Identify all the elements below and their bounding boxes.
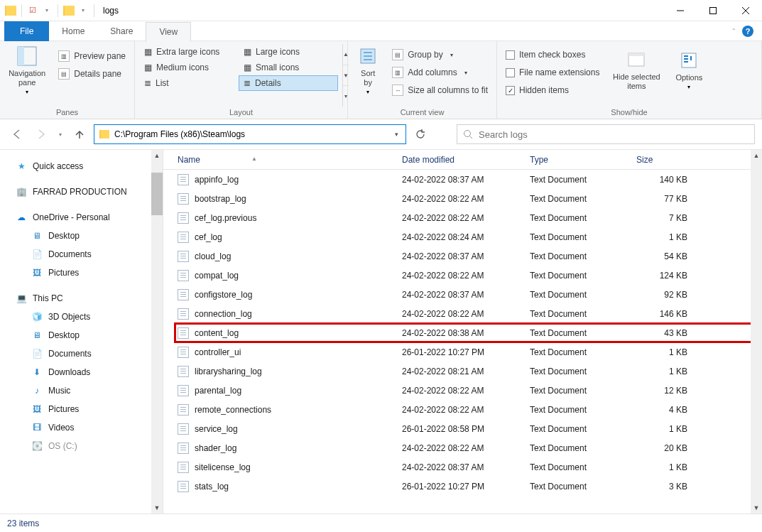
tree-pictures[interactable]: 🖼Pictures	[0, 264, 163, 282]
tab-view[interactable]: View	[146, 22, 191, 42]
tree-this-pc[interactable]: 💻This PC	[0, 289, 163, 308]
column-date[interactable]: Date modified	[402, 155, 530, 165]
file-list[interactable]: appinfo_log24-02-2022 08:37 AMText Docum…	[163, 170, 762, 514]
up-button[interactable]	[70, 124, 89, 144]
qat-dropdown-icon[interactable]: ▾	[40, 4, 53, 17]
address-input[interactable]	[114, 129, 388, 139]
close-button[interactable]	[729, 0, 762, 21]
tree-desktop[interactable]: 🖥Desktop	[0, 227, 163, 245]
scroll-up-icon[interactable]: ▲	[151, 150, 163, 161]
file-name-extensions-toggle[interactable]: File name extensions	[501, 65, 604, 80]
file-size: 7 KB	[636, 213, 700, 223]
file-row[interactable]: content_log24-02-2022 08:38 AMText Docum…	[175, 323, 762, 342]
tree-pictures2[interactable]: 🖼Pictures	[0, 400, 163, 418]
layout-extra-large-icons[interactable]: ▦Extra large icons	[139, 44, 239, 60]
tab-share[interactable]: Share	[97, 21, 146, 41]
tree-farrad[interactable]: 🏢FARRAD PRODUCTION	[0, 183, 163, 201]
folder-icon	[99, 129, 110, 140]
scroll-thumb[interactable]	[151, 173, 163, 215]
file-row[interactable]: remote_connections24-02-2022 08:22 AMTex…	[175, 400, 762, 419]
layout-list[interactable]: ≣List	[139, 75, 239, 91]
file-row[interactable]: compat_log24-02-2022 08:22 AMText Docume…	[175, 266, 762, 285]
hide-selected-button[interactable]: Hide selected items	[608, 44, 665, 95]
file-row[interactable]: shader_log24-02-2022 08:22 AMText Docume…	[175, 438, 762, 457]
scroll-down-icon[interactable]: ▼	[751, 502, 762, 514]
add-columns-button[interactable]: ▥Add columns▾	[388, 65, 492, 80]
chevron-down-icon[interactable]: ▾	[77, 4, 89, 17]
tree-os-c[interactable]: 💽OS (C:)	[0, 437, 163, 455]
tree-onedrive[interactable]: ☁OneDrive - Personal	[0, 208, 163, 227]
text-file-icon	[178, 481, 189, 492]
tree-quick-access[interactable]: ★Quick access	[0, 157, 163, 175]
navigation-pane-button[interactable]: Navigation pane ▾	[4, 44, 50, 95]
item-check-boxes-toggle[interactable]: Item check boxes	[501, 47, 604, 63]
file-row[interactable]: librarysharing_log24-02-2022 08:21 AMTex…	[175, 362, 762, 381]
minimize-button[interactable]	[664, 0, 697, 21]
maximize-button[interactable]	[697, 0, 729, 21]
text-file-icon	[178, 270, 189, 281]
file-row[interactable]: stats_log26-01-2022 10:27 PMText Documen…	[175, 477, 762, 496]
forward-button[interactable]	[31, 124, 51, 144]
group-by-button[interactable]: ▤Group by▾	[388, 47, 492, 63]
file-date: 24-02-2022 08:22 AM	[402, 271, 530, 281]
column-type[interactable]: Type	[530, 155, 636, 165]
file-scrollbar[interactable]: ▲ ▼	[751, 150, 762, 514]
file-row[interactable]: controller_ui26-01-2022 10:27 PMText Doc…	[175, 342, 762, 362]
size-columns-button[interactable]: ↔Size all columns to fit	[388, 82, 492, 98]
properties-icon[interactable]: ☑	[26, 4, 39, 17]
addcolumns-icon: ▥	[392, 67, 403, 78]
layout-small-icons[interactable]: ▦Small icons	[239, 60, 338, 75]
group-label-showhide: Show/hide	[501, 107, 757, 119]
scroll-up-icon[interactable]: ▲	[751, 150, 762, 161]
search-box[interactable]	[457, 124, 755, 144]
file-row[interactable]: cef_log.previous24-02-2022 08:22 AMText …	[175, 208, 762, 227]
file-date: 24-02-2022 08:37 AM	[402, 251, 530, 261]
help-icon[interactable]: ?	[742, 26, 753, 37]
file-name: cef_log.previous	[195, 213, 256, 223]
file-row[interactable]: bootstrap_log24-02-2022 08:22 AMText Doc…	[175, 189, 762, 208]
layout-details[interactable]: ≣Details	[239, 75, 338, 91]
file-row[interactable]: cef_log24-02-2022 08:24 AMText Document1…	[175, 227, 762, 246]
minimize-ribbon-icon[interactable]: ⌃	[731, 28, 736, 34]
tab-file[interactable]: File	[4, 21, 49, 41]
search-input[interactable]	[479, 129, 749, 140]
navigation-tree[interactable]: ★Quick access 🏢FARRAD PRODUCTION ☁OneDri…	[0, 150, 163, 514]
refresh-button[interactable]	[410, 124, 430, 144]
sort-by-button[interactable]: Sort by ▾	[352, 44, 383, 95]
tab-home[interactable]: Home	[49, 21, 97, 41]
tree-music[interactable]: ♪Music	[0, 381, 163, 400]
file-size: 1 KB	[636, 367, 700, 376]
preview-pane-button[interactable]: ▥Preview pane	[54, 48, 130, 64]
file-date: 24-02-2022 08:22 AM	[402, 405, 530, 415]
file-row[interactable]: service_log26-01-2022 08:58 PMText Docum…	[175, 419, 762, 438]
tree-downloads[interactable]: ⬇Downloads	[0, 363, 163, 381]
file-row[interactable]: sitelicense_log24-02-2022 08:37 AMText D…	[175, 457, 762, 477]
recent-locations-button[interactable]: ▾	[55, 124, 65, 144]
hidden-items-toggle[interactable]: ✓Hidden items	[501, 82, 604, 98]
tree-desktop2[interactable]: 🖥Desktop	[0, 326, 163, 344]
column-name[interactable]: Name▲	[175, 155, 402, 165]
file-row[interactable]: cloud_log24-02-2022 08:37 AMText Documen…	[175, 246, 762, 266]
file-row[interactable]: connection_log24-02-2022 08:22 AMText Do…	[175, 304, 762, 323]
layout-large-icons[interactable]: ▦Large icons	[239, 44, 338, 60]
file-date: 24-02-2022 08:37 AM	[402, 462, 530, 472]
back-button[interactable]	[7, 124, 27, 144]
address-dropdown-icon[interactable]: ▾	[392, 131, 401, 138]
details-pane-button[interactable]: ▤Details pane	[54, 66, 130, 82]
navbar: ▾ ▾	[0, 119, 762, 149]
tree-videos[interactable]: 🎞Videos	[0, 418, 163, 437]
file-row[interactable]: appinfo_log24-02-2022 08:37 AMText Docum…	[175, 170, 762, 189]
layout-medium-icons[interactable]: ▦Medium icons	[139, 60, 239, 75]
tree-3d-objects[interactable]: 🧊3D Objects	[0, 308, 163, 326]
tree-documents[interactable]: 📄Documents	[0, 245, 163, 264]
tree-scrollbar[interactable]: ▲ ▼	[151, 150, 163, 514]
column-size[interactable]: Size	[636, 155, 700, 165]
tree-documents2[interactable]: 📄Documents	[0, 344, 163, 363]
file-row[interactable]: configstore_log24-02-2022 08:37 AMText D…	[175, 285, 762, 304]
options-button[interactable]: Options ▾	[669, 44, 709, 95]
text-file-icon	[178, 462, 189, 473]
file-date: 26-01-2022 10:27 PM	[402, 482, 530, 492]
file-row[interactable]: parental_log24-02-2022 08:22 AMText Docu…	[175, 381, 762, 400]
scroll-down-icon[interactable]: ▼	[151, 502, 163, 514]
address-bar[interactable]: ▾	[94, 124, 406, 144]
